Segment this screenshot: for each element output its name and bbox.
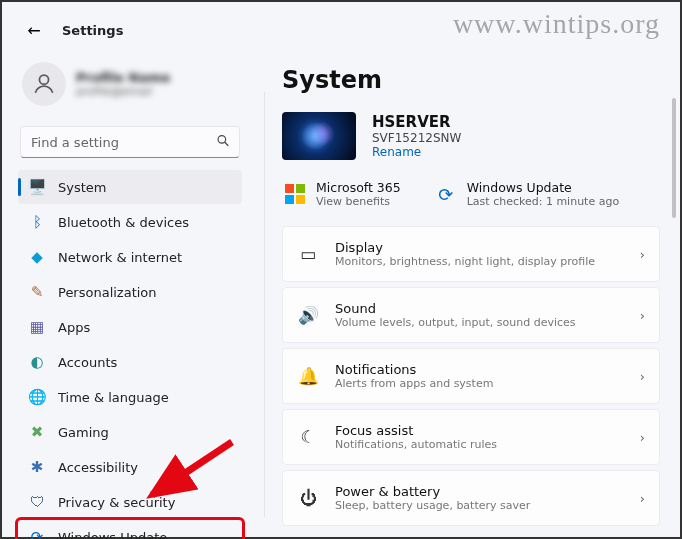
card-focus-assist[interactable]: ☾Focus assistNotifications, automatic ru… — [282, 409, 660, 465]
gaming-icon: ✖ — [28, 423, 46, 441]
chevron-right-icon: › — [640, 369, 645, 384]
tile-windows-update[interactable]: ⟳ Windows Update Last checked: 1 minute … — [435, 180, 619, 208]
tile-microsoft365[interactable]: Microsoft 365 View benefits — [284, 180, 401, 208]
header: ← Settings — [2, 2, 680, 44]
card-notifications[interactable]: 🔔NotificationsAlerts from apps and syste… — [282, 348, 660, 404]
sidebar-item-privacy-security[interactable]: 🛡Privacy & security — [18, 485, 242, 519]
card-title: Power & battery — [335, 484, 640, 499]
card-sub: Alerts from apps and system — [335, 377, 640, 390]
sidebar-item-label: Network & internet — [58, 250, 182, 265]
privacy-security-icon: 🛡 — [28, 493, 46, 511]
accounts-icon: ◐ — [28, 353, 46, 371]
card-sub: Notifications, automatic rules — [335, 438, 640, 451]
sidebar-item-bluetooth-devices[interactable]: ᛒBluetooth & devices — [18, 205, 242, 239]
back-button[interactable]: ← — [20, 16, 48, 44]
header-title: Settings — [62, 23, 123, 38]
svg-point-1 — [218, 136, 226, 144]
scrollbar-thumb[interactable] — [672, 98, 676, 218]
accessibility-icon: ✱ — [28, 458, 46, 476]
card-power-battery[interactable]: ⏻Power & batterySleep, battery usage, ba… — [282, 470, 660, 526]
chevron-right-icon: › — [640, 308, 645, 323]
focus-assist-icon: ☾ — [297, 427, 319, 447]
profile-email: profile@email — [76, 85, 170, 98]
windows-update-icon: ⟳ — [28, 528, 46, 539]
page-title: System — [282, 66, 660, 94]
sidebar-item-label: Accounts — [58, 355, 117, 370]
apps-icon: ▦ — [28, 318, 46, 336]
windows-update-icon: ⟳ — [435, 183, 457, 205]
tile-sub: Last checked: 1 minute ago — [467, 195, 619, 208]
sound-icon: 🔊 — [297, 305, 319, 325]
avatar — [22, 62, 66, 106]
bluetooth-devices-icon: ᛒ — [28, 213, 46, 231]
tile-title: Microsoft 365 — [316, 180, 401, 195]
sidebar-item-label: Privacy & security — [58, 495, 175, 510]
sidebar-item-label: Accessibility — [58, 460, 138, 475]
wallpaper-thumbnail — [282, 112, 356, 160]
card-display[interactable]: ▭DisplayMonitors, brightness, night ligh… — [282, 226, 660, 282]
sidebar-item-label: System — [58, 180, 106, 195]
card-sub: Sleep, battery usage, battery saver — [335, 499, 640, 512]
chevron-right-icon: › — [640, 430, 645, 445]
sidebar-item-label: Time & language — [58, 390, 169, 405]
notifications-icon: 🔔 — [297, 366, 319, 386]
arrow-left-icon: ← — [27, 21, 40, 40]
time-language-icon: 🌐 — [28, 388, 46, 406]
device-row: HSERVER SVF15212SNW Rename — [282, 112, 660, 160]
rename-link[interactable]: Rename — [372, 145, 461, 159]
sidebar-item-network-internet[interactable]: ◆Network & internet — [18, 240, 242, 274]
sidebar-item-label: Windows Update — [58, 530, 167, 540]
sidebar-item-label: Apps — [58, 320, 90, 335]
card-title: Display — [335, 240, 640, 255]
system-icon: 🖥️ — [28, 178, 46, 196]
device-name: HSERVER — [372, 113, 461, 131]
tiles-row: Microsoft 365 View benefits ⟳ Windows Up… — [282, 176, 660, 226]
sidebar-item-apps[interactable]: ▦Apps — [18, 310, 242, 344]
sidebar-nav: 🖥️SystemᛒBluetooth & devices◆Network & i… — [18, 170, 242, 539]
sidebar-item-gaming[interactable]: ✖Gaming — [18, 415, 242, 449]
tile-title: Windows Update — [467, 180, 619, 195]
device-model: SVF15212SNW — [372, 131, 461, 145]
card-sub: Volume levels, output, input, sound devi… — [335, 316, 640, 329]
power-battery-icon: ⏻ — [297, 488, 319, 508]
card-sub: Monitors, brightness, night light, displ… — [335, 255, 640, 268]
sidebar-item-label: Personalization — [58, 285, 157, 300]
scrollbar[interactable] — [672, 98, 676, 529]
svg-point-0 — [39, 75, 48, 84]
sidebar-item-personalization[interactable]: ✎Personalization — [18, 275, 242, 309]
search-wrap — [20, 126, 240, 158]
sidebar: Profile Name profile@email 🖥️SystemᛒBlue… — [2, 44, 252, 539]
tile-sub: View benefits — [316, 195, 401, 208]
sidebar-item-system[interactable]: 🖥️System — [18, 170, 242, 204]
profile-name: Profile Name — [76, 70, 170, 85]
settings-cards: ▭DisplayMonitors, brightness, night ligh… — [282, 226, 660, 526]
card-sound[interactable]: 🔊SoundVolume levels, output, input, soun… — [282, 287, 660, 343]
card-title: Focus assist — [335, 423, 640, 438]
chevron-right-icon: › — [640, 247, 645, 262]
display-icon: ▭ — [297, 244, 319, 264]
sidebar-item-label: Gaming — [58, 425, 109, 440]
svg-line-2 — [225, 142, 229, 146]
sidebar-item-accounts[interactable]: ◐Accounts — [18, 345, 242, 379]
main-panel: System HSERVER SVF15212SNW Rename Micros… — [252, 44, 680, 539]
sidebar-item-time-language[interactable]: 🌐Time & language — [18, 380, 242, 414]
personalization-icon: ✎ — [28, 283, 46, 301]
card-title: Notifications — [335, 362, 640, 377]
microsoft-icon — [284, 183, 306, 205]
profile[interactable]: Profile Name profile@email — [18, 58, 242, 120]
sidebar-item-windows-update[interactable]: ⟳Windows Update — [18, 520, 242, 539]
search-icon — [216, 134, 230, 151]
person-icon — [31, 71, 57, 97]
chevron-right-icon: › — [640, 491, 645, 506]
search-input[interactable] — [20, 126, 240, 158]
network-internet-icon: ◆ — [28, 248, 46, 266]
card-title: Sound — [335, 301, 640, 316]
sidebar-item-accessibility[interactable]: ✱Accessibility — [18, 450, 242, 484]
sidebar-item-label: Bluetooth & devices — [58, 215, 189, 230]
